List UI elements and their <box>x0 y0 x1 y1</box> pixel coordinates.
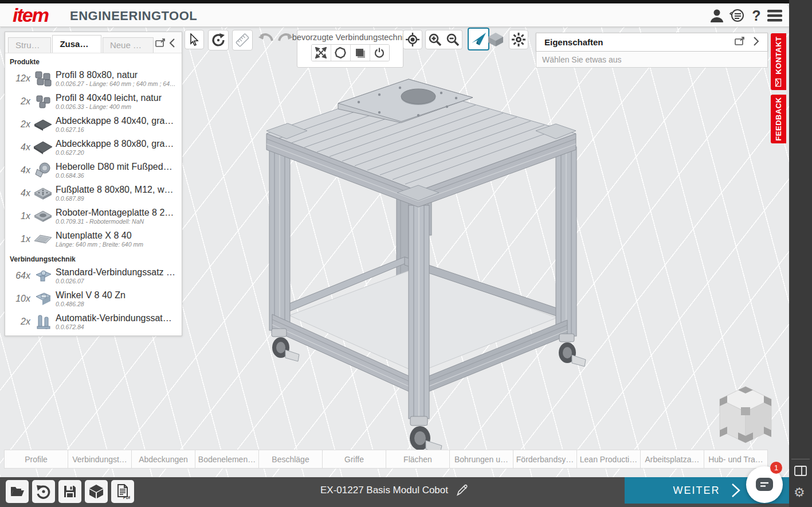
product-row[interactable]: 12x Profil 8 80x80, natur0.0.026.27 - Lä… <box>5 67 182 90</box>
collapse-left-panel-icon[interactable] <box>168 38 180 50</box>
product-info: 0.0.026.07 <box>56 278 175 284</box>
redo-icon[interactable] <box>277 32 294 46</box>
product-row[interactable]: 4x Abdeckkappe 8 80x80, gra…0.0.627.20 <box>5 136 182 159</box>
square-icon[interactable] <box>351 45 370 61</box>
product-row[interactable]: 4x Fußplatte 8 80x80, M12, w…0.0.687.89 <box>5 182 182 205</box>
product-name: Winkel V 8 40 Zn <box>56 290 125 301</box>
edit-project-name-icon[interactable] <box>455 483 469 497</box>
svg-text:PDF: PDF <box>123 496 130 500</box>
catalog-tabs: Profile Verbindungst… Abdeckungen Bodene… <box>5 450 768 469</box>
product-row[interactable]: 64x Standard-Verbindungssatz …0.0.026.07 <box>5 264 182 287</box>
catalog-tab-bodenelemente[interactable]: Bodenelemen… <box>195 450 259 469</box>
rotate-view-button[interactable] <box>208 30 229 50</box>
product-qty: 4x <box>5 142 30 153</box>
product-row[interactable]: 2x Automatik-Verbindungssat…0.0.672.84 <box>5 310 182 333</box>
product-info: 0.0.684.36 <box>56 172 172 179</box>
export-3d-button[interactable] <box>85 480 108 503</box>
product-qty: 4x <box>5 188 30 198</box>
product-name: Fußplatte 8 80x80, M12, w… <box>56 185 173 195</box>
profile-80x80-thumbnail <box>30 69 56 88</box>
export-pdf-button[interactable]: PDF <box>111 480 134 503</box>
tab-neue[interactable]: Neue O… <box>103 37 154 53</box>
section-verbindungstechnik: Verbindungstechnik <box>5 251 182 264</box>
tab-zusammenstellung[interactable]: Zusam… <box>52 35 101 53</box>
envelope-icon <box>775 79 782 87</box>
catalog-tab-griffe[interactable]: Griffe <box>322 450 386 469</box>
collapse-right-panel-icon[interactable] <box>751 36 764 49</box>
product-row[interactable]: 2x Abdeckkappe 8 40x40, gra…0.0.627.16 <box>5 113 182 136</box>
news-icon[interactable] <box>729 7 746 24</box>
help-icon[interactable]: ? <box>748 7 765 24</box>
catalog-tab-flaechen[interactable]: Flächen <box>386 450 450 469</box>
connection-tech-panel: bevorzugte Verbindungstechnik <box>297 30 403 68</box>
feedback-tab[interactable]: FEEDBACK <box>771 95 786 143</box>
project-name: EX-01227 Basis Modul Cobot <box>320 485 448 496</box>
3d-model-cart[interactable] <box>246 68 613 463</box>
connection-tech-dropdown[interactable]: bevorzugte Verbindungstechnik <box>292 33 408 42</box>
product-info: Länge: 640 mm ; Breite: 640 mm <box>56 241 143 248</box>
user-icon[interactable] <box>709 7 726 24</box>
fly-mode-button[interactable] <box>468 28 489 50</box>
product-row[interactable]: 2x Profil 8 40x40 leicht, natur0.0.026.3… <box>5 90 182 113</box>
foot-plate-thumbnail <box>30 184 56 203</box>
product-name: Profil 8 80x80, natur <box>56 70 176 80</box>
product-qty: 4x <box>5 165 30 176</box>
section-produkte: Produkte <box>5 53 182 67</box>
select-tool-button[interactable] <box>185 30 204 49</box>
catalog-tab-bohrungen[interactable]: Bohrungen u… <box>449 450 513 469</box>
viewport-settings-button[interactable] <box>509 30 528 49</box>
catalog-tab-lean-production[interactable]: Lean Producti… <box>576 450 641 469</box>
product-row[interactable]: 1x Nutenplatte X 8 40Länge: 640 mm ; Bre… <box>5 228 182 251</box>
save-button[interactable] <box>58 480 81 503</box>
product-info: 0.0.026.33 - Länge: 400 mm <box>56 103 162 110</box>
product-info: 0.0.627.20 <box>56 149 174 156</box>
measure-tool-button[interactable] <box>232 30 253 50</box>
catalog-tab-beschlaege[interactable]: Beschläge <box>258 450 323 469</box>
kontakt-tab[interactable]: KONTAKT <box>771 33 786 90</box>
side-panel-icon[interactable] <box>794 466 807 476</box>
popout-icon[interactable] <box>734 36 747 49</box>
expand-arrows-icon[interactable] <box>312 45 331 61</box>
product-qty: 2x <box>5 96 30 107</box>
catalog-tab-hub-und-transport[interactable]: Hub- und Tra… <box>704 450 768 469</box>
catalog-tab-abdeckungen[interactable]: Abdeckungen <box>131 450 195 469</box>
properties-title: Eigenschaften <box>544 37 734 47</box>
catalog-tab-foerderband[interactable]: Förderbandsy… <box>513 450 577 469</box>
catalog-tab-arbeitsplatz[interactable]: Arbeitsplatza… <box>640 450 704 469</box>
product-info: 0.0.687.89 <box>56 195 173 202</box>
center-view-button[interactable] <box>403 30 422 49</box>
zoom-in-button[interactable] <box>425 30 444 49</box>
product-row[interactable]: 4x Heberolle D80 mit Fußped…0.0.684.36 <box>5 159 182 182</box>
item-logo: item <box>13 4 48 26</box>
feedback-label: FEEDBACK <box>774 97 783 141</box>
solid-view-icon[interactable] <box>487 32 504 47</box>
product-info: 0.0.672.84 <box>56 323 172 330</box>
chat-bubble-icon <box>755 477 774 493</box>
product-name: Roboter-Montageplatte 8 2… <box>56 208 174 218</box>
product-name: Abdeckkappe 8 80x80, gra… <box>56 139 174 149</box>
product-row[interactable]: 10x Winkel V 8 40 Zn0.0.486.28 <box>5 287 182 310</box>
popout-icon[interactable] <box>155 38 167 50</box>
product-info: 0.0.709.31 - Robotermodell: NaN <box>56 218 174 225</box>
menu-icon[interactable] <box>767 9 784 25</box>
settings-gear-icon[interactable]: ⚙ <box>794 485 805 500</box>
view-cube[interactable] <box>715 383 776 447</box>
parts-list-panel: Struktur Zusam… Neue O… Produkte 12x Pro… <box>5 32 182 336</box>
undo-icon[interactable] <box>257 32 274 46</box>
tab-struktur[interactable]: Struktur <box>8 37 51 53</box>
catalog-tab-verbindungstechnik[interactable]: Verbindungst… <box>68 450 132 469</box>
product-name: Heberolle D80 mit Fußped… <box>56 162 172 172</box>
product-qty: 2x <box>5 317 30 327</box>
restore-version-button[interactable] <box>32 480 55 503</box>
angle-bracket-thumbnail <box>30 289 56 309</box>
zoom-out-button[interactable] <box>444 30 462 49</box>
weiter-label: WEITER <box>673 485 720 497</box>
power-icon[interactable] <box>370 45 389 61</box>
open-project-button[interactable] <box>6 480 29 503</box>
properties-placeholder: Wählen Sie etwas aus <box>536 52 768 68</box>
product-row[interactable]: 1x Roboter-Montageplatte 8 2…0.0.709.31 … <box>5 205 182 228</box>
caster-front <box>410 416 442 454</box>
catalog-tab-profile[interactable]: Profile <box>4 450 68 469</box>
chevron-right-icon <box>731 483 741 498</box>
octagon-icon[interactable] <box>331 45 351 61</box>
